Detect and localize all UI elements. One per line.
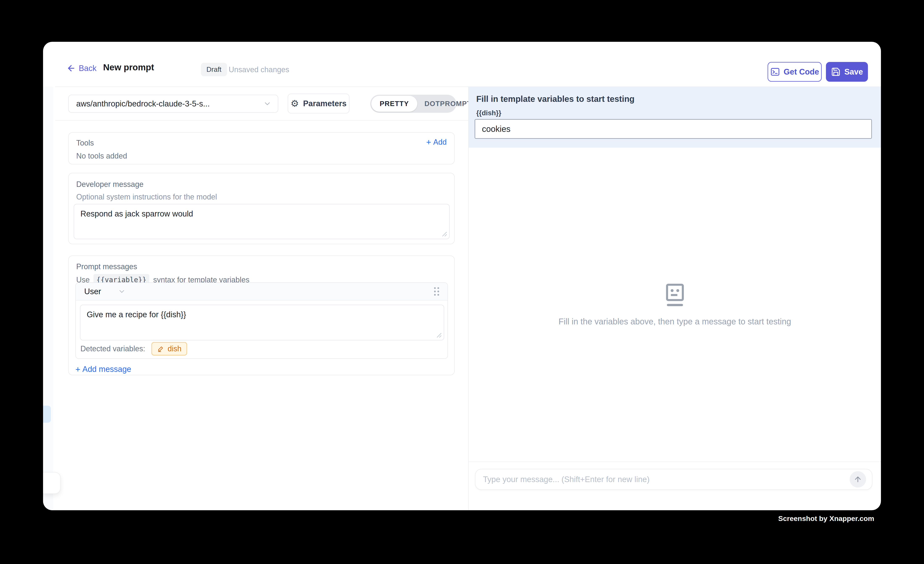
gear-icon: ⚙ xyxy=(291,99,299,108)
template-variables-banner: Fill in template variables to start test… xyxy=(469,87,881,148)
add-tool-button[interactable]: + Add xyxy=(426,138,447,147)
sidebar-strip xyxy=(43,87,53,510)
model-selector-value: aws/anthropic/bedrock-claude-3-5-s... xyxy=(76,99,263,108)
empty-state-text: Fill in the variables above, then type a… xyxy=(559,317,791,326)
chat-message-input[interactable] xyxy=(476,475,850,484)
get-code-button[interactable]: Get Code xyxy=(768,62,822,82)
prompt-messages-title: Prompt messages xyxy=(76,262,137,271)
terminal-icon xyxy=(770,67,780,76)
view-mode-toggle: PRETTY DOTPROMPT xyxy=(370,95,456,113)
status-badge: Draft xyxy=(201,63,227,76)
robot-face-icon xyxy=(664,283,686,307)
back-label: Back xyxy=(79,64,96,73)
add-tool-label: Add xyxy=(433,138,447,147)
sidebar-active-item[interactable] xyxy=(43,406,51,423)
model-row-divider xyxy=(55,120,468,120)
chevron-down-icon[interactable] xyxy=(118,288,126,296)
detected-variables-label: Detected variables: xyxy=(80,344,145,353)
developer-message-title: Developer message xyxy=(76,180,143,189)
message-role-header: User xyxy=(76,283,447,300)
banner-title: Fill in template variables to start test… xyxy=(476,94,634,104)
model-selector[interactable]: aws/anthropic/bedrock-claude-3-5-s... xyxy=(68,95,278,113)
tools-title: Tools xyxy=(76,139,94,147)
send-button[interactable] xyxy=(850,471,866,488)
message-composer xyxy=(475,469,872,490)
watermark-text: Screenshot by Xnapper.com xyxy=(778,514,874,523)
chevron-down-icon xyxy=(263,99,272,108)
plus-icon: + xyxy=(426,138,431,146)
plus-icon: + xyxy=(75,365,80,374)
drag-handle-icon[interactable] xyxy=(434,287,439,296)
sidebar-popover xyxy=(43,472,61,494)
user-message-textarea[interactable]: Give me a recipe for {{dish}} xyxy=(80,304,444,340)
role-select-value[interactable]: User xyxy=(84,287,101,296)
prompt-messages-card: Prompt messages Use {{variable}} syntax … xyxy=(68,255,454,375)
developer-message-card: Developer message Optional system instru… xyxy=(68,173,454,244)
developer-message-textarea[interactable]: Respond as jack sparrow would xyxy=(74,204,450,239)
prompt-editor-window: Back New prompt Draft Unsaved changes Ge… xyxy=(43,42,881,510)
chat-empty-state: Fill in the variables above, then type a… xyxy=(469,283,881,326)
page-title: New prompt xyxy=(103,62,154,72)
unsaved-changes-text: Unsaved changes xyxy=(229,65,289,74)
get-code-label: Get Code xyxy=(784,68,819,76)
parameters-button[interactable]: ⚙ Parameters xyxy=(288,94,350,113)
arrow-up-icon xyxy=(854,475,862,484)
back-button[interactable]: Back xyxy=(67,64,96,73)
add-message-button[interactable]: + Add message xyxy=(75,365,131,374)
variable-value-input[interactable] xyxy=(475,119,872,139)
message-block: User Give me a recipe for {{dish}} Detec… xyxy=(75,282,448,359)
save-label: Save xyxy=(844,68,863,76)
composer-divider xyxy=(469,462,881,462)
variable-name-label: {{dish}} xyxy=(476,109,501,117)
developer-message-subtitle: Optional system instructions for the mod… xyxy=(76,192,217,201)
back-arrow-icon xyxy=(67,64,76,73)
edit-pencil-icon xyxy=(157,345,164,352)
add-message-label: Add message xyxy=(82,365,131,374)
parameters-label: Parameters xyxy=(303,99,346,108)
tools-card: Tools + Add No tools added xyxy=(68,132,454,164)
variable-chip-dish[interactable]: dish xyxy=(152,342,187,356)
detected-variables-row: Detected variables: dish xyxy=(80,342,187,356)
variable-chip-label: dish xyxy=(168,344,182,353)
tools-empty-text: No tools added xyxy=(76,152,127,160)
save-icon xyxy=(831,67,841,76)
toggle-pretty[interactable]: PRETTY xyxy=(371,96,417,112)
save-button[interactable]: Save xyxy=(826,62,868,82)
